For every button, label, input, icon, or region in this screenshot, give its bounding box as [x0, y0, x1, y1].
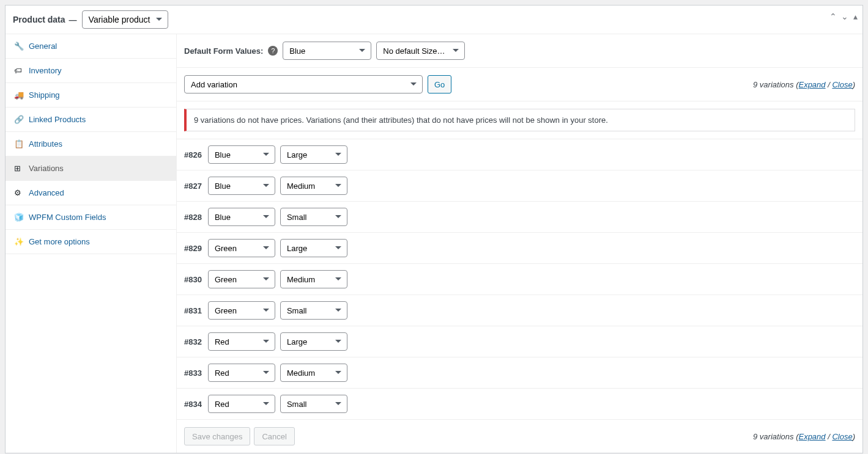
- variation-size-select[interactable]: LargeMediumSmall: [280, 395, 347, 413]
- help-icon[interactable]: ?: [268, 46, 278, 56]
- product-type-select[interactable]: Variable product: [82, 10, 168, 29]
- default-color-select[interactable]: Blue: [283, 42, 371, 60]
- variation-id: #826: [184, 150, 202, 159]
- variation-color-select[interactable]: BlueGreenRed: [208, 239, 275, 257]
- tab-label: Variations: [29, 164, 64, 173]
- tab-get-more-options[interactable]: ✨Get more options: [6, 230, 176, 254]
- grid-icon: ⊞: [14, 164, 25, 173]
- tab-label: Shipping: [29, 90, 60, 100]
- go-button[interactable]: Go: [428, 75, 451, 93]
- variation-action-select[interactable]: Add variation: [184, 75, 423, 93]
- variation-color-select[interactable]: BlueGreenRed: [208, 208, 275, 226]
- variation-id: #834: [184, 400, 202, 409]
- tab-label: Get more options: [29, 237, 90, 246]
- variation-color-select[interactable]: BlueGreenRed: [208, 270, 275, 288]
- cancel-button[interactable]: Cancel: [254, 427, 294, 445]
- variation-id: #829: [184, 244, 202, 253]
- default-size-select[interactable]: No default Size…: [376, 42, 465, 60]
- close-link-bottom[interactable]: Close: [832, 432, 852, 441]
- list-icon: 📋: [14, 139, 25, 148]
- variation-id: #831: [184, 306, 202, 315]
- truck-icon: 🚚: [14, 90, 25, 100]
- variation-color-select[interactable]: BlueGreenRed: [208, 364, 275, 382]
- default-form-label: Default Form Values:: [184, 46, 263, 56]
- panel-down-icon[interactable]: ⌄: [841, 12, 848, 21]
- tab-label: General: [29, 42, 57, 51]
- tab-inventory[interactable]: 🏷Inventory: [6, 59, 176, 83]
- variation-size-select[interactable]: LargeMediumSmall: [280, 208, 347, 226]
- variation-row[interactable]: #830BlueGreenRedLargeMediumSmall: [177, 264, 862, 295]
- tab-label: Attributes: [29, 139, 62, 148]
- variation-color-select[interactable]: BlueGreenRed: [208, 301, 275, 320]
- variation-size-select[interactable]: LargeMediumSmall: [280, 145, 347, 164]
- variation-row[interactable]: #827BlueGreenRedLargeMediumSmall: [177, 170, 862, 202]
- product-data-panel: Product data — Variable product ⌃ ⌄ ▴ 🔧G…: [5, 5, 863, 453]
- price-warning-notice: 9 variations do not have prices. Variati…: [184, 109, 855, 131]
- variation-row[interactable]: #829BlueGreenRedLargeMediumSmall: [177, 233, 862, 264]
- tab-shipping[interactable]: 🚚Shipping: [6, 83, 176, 108]
- variation-color-select[interactable]: BlueGreenRed: [208, 395, 275, 413]
- variation-size-select[interactable]: LargeMediumSmall: [280, 270, 347, 288]
- tab-attributes[interactable]: 📋Attributes: [6, 132, 176, 156]
- variations-count-top: 9 variations (Expand / Close): [753, 80, 855, 89]
- panel-toggle-icon[interactable]: ▴: [853, 12, 858, 21]
- expand-link[interactable]: Expand: [798, 80, 825, 89]
- variation-size-select[interactable]: LargeMediumSmall: [280, 364, 347, 382]
- tab-wpfm-custom-fields[interactable]: 🧊WPFM Custom Fields: [6, 205, 176, 230]
- tab-label: Advanced: [29, 188, 64, 197]
- wrench-icon: 🔧: [14, 42, 25, 51]
- link-icon: 🔗: [14, 115, 25, 124]
- variation-color-select[interactable]: BlueGreenRed: [208, 177, 275, 195]
- variation-id: #830: [184, 275, 202, 284]
- default-form-values-toolbar: Default Form Values: ? Blue No default S…: [177, 34, 862, 68]
- variations-list: #826BlueGreenRedLargeMediumSmall#827Blue…: [177, 139, 862, 420]
- tab-label: Inventory: [29, 66, 61, 75]
- variation-actions-row: Add variation Go 9 variations (Expand / …: [177, 68, 862, 101]
- panel-header: Product data — Variable product ⌃ ⌄ ▴: [6, 5, 862, 34]
- variation-id: #827: [184, 181, 202, 191]
- title-separator: —: [69, 15, 77, 24]
- save-changes-button[interactable]: Save changes: [184, 427, 250, 445]
- variation-row[interactable]: #831BlueGreenRedLargeMediumSmall: [177, 295, 862, 326]
- variation-size-select[interactable]: LargeMediumSmall: [280, 332, 347, 351]
- product-data-tabs: 🔧General🏷Inventory🚚Shipping🔗Linked Produ…: [6, 34, 177, 453]
- variation-color-select[interactable]: BlueGreenRed: [208, 332, 275, 351]
- close-link[interactable]: Close: [832, 80, 852, 89]
- variation-size-select[interactable]: LargeMediumSmall: [280, 177, 347, 195]
- variation-row[interactable]: #834BlueGreenRedLargeMediumSmall: [177, 389, 862, 420]
- tab-advanced[interactable]: ⚙Advanced: [6, 181, 176, 205]
- tag-icon: 🏷: [14, 66, 25, 75]
- tab-label: WPFM Custom Fields: [29, 213, 106, 222]
- variations-count-bottom: 9 variations (Expand / Close): [753, 432, 855, 441]
- wand-icon: ✨: [14, 237, 25, 246]
- variation-color-select[interactable]: BlueGreenRed: [208, 145, 275, 164]
- panel-title: Product data: [13, 15, 65, 24]
- variation-row[interactable]: #826BlueGreenRedLargeMediumSmall: [177, 139, 862, 170]
- variation-size-select[interactable]: LargeMediumSmall: [280, 301, 347, 320]
- variation-id: #832: [184, 337, 202, 346]
- variation-row[interactable]: #828BlueGreenRedLargeMediumSmall: [177, 202, 862, 233]
- tab-linked-products[interactable]: 🔗Linked Products: [6, 108, 176, 132]
- tab-general[interactable]: 🔧General: [6, 34, 176, 59]
- variations-footer: Save changes Cancel 9 variations (Expand…: [177, 420, 862, 453]
- tab-label: Linked Products: [29, 115, 86, 124]
- variations-content: Default Form Values: ? Blue No default S…: [177, 34, 862, 453]
- gear-icon: ⚙: [14, 188, 25, 197]
- variation-id: #833: [184, 368, 202, 378]
- panel-up-icon[interactable]: ⌃: [829, 12, 837, 21]
- variation-id: #828: [184, 213, 202, 222]
- tab-variations[interactable]: ⊞Variations: [6, 156, 176, 181]
- variation-size-select[interactable]: LargeMediumSmall: [280, 239, 347, 257]
- expand-link-bottom[interactable]: Expand: [798, 432, 825, 441]
- variation-row[interactable]: #833BlueGreenRedLargeMediumSmall: [177, 357, 862, 389]
- cube-icon: 🧊: [14, 213, 25, 222]
- variation-row[interactable]: #832BlueGreenRedLargeMediumSmall: [177, 326, 862, 357]
